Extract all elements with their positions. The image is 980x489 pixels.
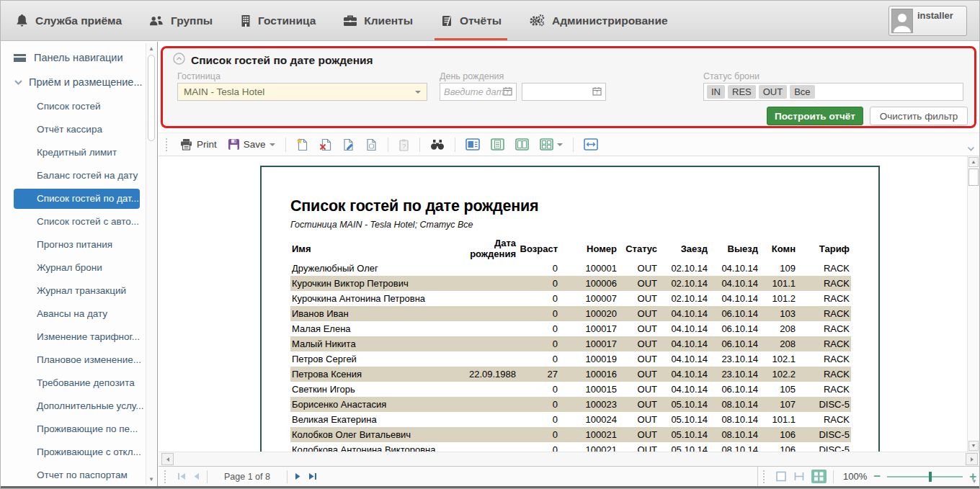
zoom-out-icon[interactable]: − <box>873 470 881 483</box>
last-page-button[interactable] <box>308 472 317 480</box>
sidebar-item[interactable]: Отчет по паспортам <box>1 465 143 485</box>
delete-page-button[interactable] <box>316 136 334 153</box>
page-design-button[interactable] <box>362 136 380 153</box>
paste-button[interactable]: ? <box>396 136 412 153</box>
report-title: Список гостей по дате рождения <box>290 197 850 215</box>
sidebar-item[interactable]: Проживающие с откл... <box>1 442 143 462</box>
fit-height-view-button[interactable] <box>793 471 805 482</box>
pager-grip[interactable] <box>164 470 167 483</box>
svg-text:?: ? <box>402 142 406 149</box>
preview-horizontal-scrollbar[interactable] <box>159 452 979 466</box>
calendar-icon[interactable]: 7 <box>592 86 602 99</box>
first-page-button[interactable] <box>177 472 186 480</box>
table-cell <box>445 351 517 367</box>
first-page-icon <box>177 472 186 480</box>
sidebar-item[interactable]: Журнал брони <box>1 258 143 278</box>
nav-tab-groups[interactable]: Группы <box>149 1 213 40</box>
table-cell: 05.10.14 <box>659 442 709 452</box>
save-dropdown-caret-icon[interactable] <box>270 143 275 146</box>
nav-tab-front-desk[interactable]: Служба приёма <box>15 1 122 40</box>
scroll-right-icon[interactable] <box>966 453 978 465</box>
sidebar-item[interactable]: Список гостей <box>1 97 143 117</box>
print-button[interactable]: Print <box>177 136 220 153</box>
fit-width-button[interactable] <box>581 136 601 153</box>
nav-tabs: Служба приёмаГруппыГостиницаКлиентыОтчёт… <box>15 1 668 40</box>
user-menu[interactable]: installer <box>888 6 967 36</box>
single-page-view-button[interactable] <box>775 471 787 482</box>
sidebar-item[interactable]: Проживающие по пе... <box>1 419 143 439</box>
nav-tab-clients[interactable]: Клиенты <box>343 1 413 40</box>
table-cell: Петрова Ксения <box>290 367 445 382</box>
sidebar-item[interactable]: Журнал транзакций <box>1 281 143 301</box>
edit-page-button[interactable] <box>339 136 357 153</box>
toolbar-grip[interactable] <box>166 138 169 151</box>
sidebar-item[interactable]: Баланс гостей на дату <box>1 166 143 186</box>
zoom-slider-handle[interactable] <box>929 472 932 482</box>
design-page-icon <box>365 138 378 151</box>
calendar-icon[interactable]: 7 <box>503 86 512 99</box>
sidebar-group-reception[interactable]: Приём и размещение... <box>1 66 157 92</box>
booking-status-field[interactable]: INRESOUTВсе <box>703 83 963 101</box>
scroll-left-icon[interactable] <box>161 453 174 465</box>
sidebar-item[interactable]: Авансы на дату <box>1 304 143 324</box>
sidebar-scrollbar-thumb[interactable] <box>148 55 155 141</box>
sidebar-item[interactable]: Дополнительные услу... <box>1 396 143 416</box>
sidebar-item[interactable]: Отчёт кассира <box>1 120 143 140</box>
sidebar-item[interactable]: Прогноз питания <box>1 235 143 255</box>
table-cell: RACK <box>797 367 851 382</box>
status-chip[interactable]: Все <box>790 85 814 99</box>
birthday-from-input[interactable] <box>444 86 503 97</box>
sidebar-scrollbar[interactable]: ▲ ▼ <box>146 43 156 485</box>
scroll-down-icon[interactable]: ▼ <box>146 476 156 483</box>
sidebar-toggle[interactable]: Панель навигации <box>1 42 157 66</box>
search-button[interactable] <box>427 137 447 153</box>
preview-vertical-scrollbar[interactable]: ▲ ▼ <box>967 156 979 452</box>
sidebar-item[interactable]: Список гостей с авто... <box>1 212 143 232</box>
hotel-select[interactable]: MAIN - Tesla Hotel <box>177 83 427 101</box>
zoom-slider[interactable] <box>887 472 963 482</box>
table-cell: 102.2 <box>760 367 797 382</box>
grid-view-button[interactable] <box>811 470 827 483</box>
table-cell: 0 <box>517 276 559 291</box>
toolbar-overflow-caret-icon[interactable] <box>967 142 975 155</box>
status-chip[interactable]: RES <box>728 85 756 99</box>
sidebar-item[interactable]: Требование депозита <box>1 373 143 393</box>
view-continuous-button[interactable] <box>488 136 507 153</box>
scroll-up-icon[interactable]: ▲ <box>146 45 156 52</box>
status-chip[interactable]: OUT <box>759 85 787 99</box>
table-cell <box>445 397 517 412</box>
table-cell: 100021 <box>559 442 618 452</box>
table-cell: 105 <box>760 382 797 397</box>
column-header: Заезд <box>659 236 709 261</box>
column-header: Номер <box>559 236 618 261</box>
sidebar-item[interactable]: Плановое изменение... <box>1 350 143 370</box>
collapse-panel-icon[interactable] <box>173 53 185 68</box>
view-multipage-icon <box>540 138 553 151</box>
status-chip[interactable]: IN <box>707 85 725 99</box>
sidebar-item[interactable]: Кредитный лимит <box>1 143 143 163</box>
view-facing-button[interactable] <box>512 136 532 153</box>
table-row: Курочкин Виктор Петрович0100006OUT02.10.… <box>290 276 851 291</box>
birthday-to-input[interactable] <box>526 86 592 97</box>
preview-scrollbar-thumb[interactable] <box>968 169 979 186</box>
nav-tab-administration[interactable]: Администрирование <box>529 1 668 40</box>
build-report-button[interactable]: Построить отчёт <box>767 107 863 125</box>
table-cell: Светкин Игорь <box>290 382 445 397</box>
nav-tab-reports[interactable]: Отчёты <box>440 1 502 40</box>
next-page-button[interactable] <box>295 472 301 480</box>
new-page-button[interactable] <box>293 136 311 153</box>
sidebar-item[interactable]: Изменение тарифног... <box>1 327 143 347</box>
table-cell: Курочкина Антонина Петровна <box>290 291 445 306</box>
view-multipage-button[interactable] <box>537 136 566 153</box>
zoombar-grip[interactable] <box>763 470 766 483</box>
scroll-up-icon[interactable]: ▲ <box>968 157 979 167</box>
nav-tab-hotel[interactable]: Гостиница <box>240 1 316 40</box>
view-single-button[interactable] <box>463 136 483 153</box>
prev-page-button[interactable] <box>193 472 200 480</box>
multipage-dropdown-caret-icon[interactable] <box>557 143 563 146</box>
sidebar-item[interactable]: Список гостей по дат... <box>14 189 140 209</box>
scroll-down-icon[interactable]: ▼ <box>968 441 979 451</box>
save-button[interactable]: Save <box>225 136 278 153</box>
clear-filter-button[interactable]: Очистить фильтр <box>870 107 968 125</box>
zoom-caret-icon[interactable]: ▼ <box>971 478 977 485</box>
